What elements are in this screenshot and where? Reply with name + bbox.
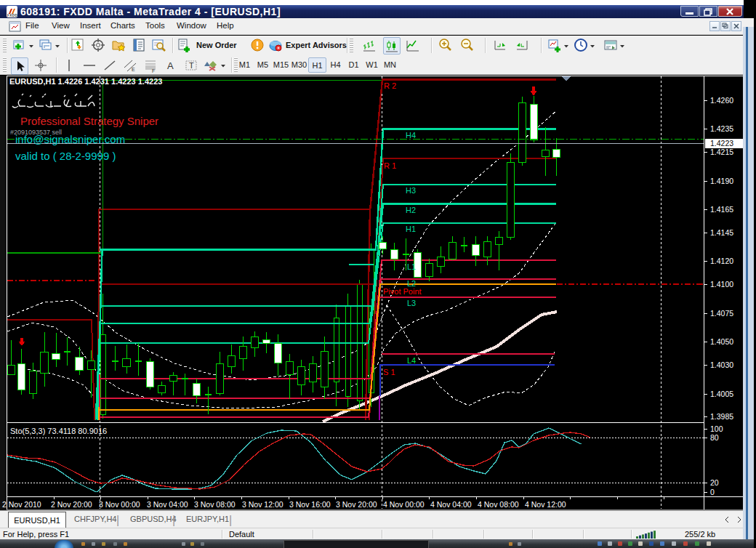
svg-text:H3: H3 bbox=[406, 186, 416, 195]
svg-text:1.4050: 1.4050 bbox=[710, 337, 733, 346]
svg-text:3 Nov 00:00: 3 Nov 00:00 bbox=[99, 500, 140, 509]
svg-text:3 Nov 04:00: 3 Nov 04:00 bbox=[147, 500, 188, 509]
svg-text:T: T bbox=[189, 61, 194, 70]
svg-text:2 Nov 2010: 2 Nov 2010 bbox=[2, 500, 41, 509]
svg-text:EURUSD,H1 1.4226 1.4231 1.422: EURUSD,H1 1.4226 1.4231 1.4223 1.4223 bbox=[9, 77, 162, 86]
svg-text:R 2: R 2 bbox=[384, 81, 396, 90]
svg-text:E: E bbox=[132, 67, 135, 72]
svg-text:1.4235: 1.4235 bbox=[710, 124, 733, 133]
svg-text:S 1: S 1 bbox=[383, 368, 395, 376]
svg-text:valid to ( 28-2-9999 ): valid to ( 28-2-9999 ) bbox=[15, 150, 116, 162]
svg-text:FXDD: FXDD bbox=[7, 14, 17, 17]
svg-text:1.4190: 1.4190 bbox=[710, 177, 733, 185]
svg-text:1.4223: 1.4223 bbox=[710, 139, 733, 148]
svg-text:H4: H4 bbox=[406, 131, 416, 140]
svg-text:3 Nov 08:00: 3 Nov 08:00 bbox=[194, 500, 236, 509]
svg-text:3 Nov 12:00: 3 Nov 12:00 bbox=[242, 500, 284, 509]
svg-text:1.4120: 1.4120 bbox=[710, 257, 733, 265]
svg-text:0: 0 bbox=[710, 488, 715, 496]
svg-text:L3: L3 bbox=[407, 299, 416, 307]
svg-text:4 Nov 00:00: 4 Nov 00:00 bbox=[383, 500, 425, 509]
svg-text:1.4145: 1.4145 bbox=[710, 228, 733, 237]
svg-text:info@signalsniper.com: info@signalsniper.com bbox=[15, 133, 125, 145]
svg-text:100: 100 bbox=[710, 424, 723, 433]
svg-text:Professional Strategy Sniper: Professional Strategy Sniper bbox=[20, 115, 158, 127]
svg-text:20: 20 bbox=[710, 478, 719, 487]
svg-text:2 Nov 20:00: 2 Nov 20:00 bbox=[51, 500, 92, 509]
svg-text:L1: L1 bbox=[407, 262, 416, 271]
svg-text:Pivot Point: Pivot Point bbox=[383, 287, 422, 296]
svg-text:1.3985: 1.3985 bbox=[710, 412, 733, 421]
svg-text:4 Nov 04:00: 4 Nov 04:00 bbox=[430, 500, 472, 509]
svg-text:L4: L4 bbox=[407, 356, 416, 365]
svg-text:1.4075: 1.4075 bbox=[710, 309, 733, 318]
svg-text:1.4215: 1.4215 bbox=[710, 148, 733, 156]
svg-text:3 Nov 16:00: 3 Nov 16:00 bbox=[289, 500, 331, 509]
svg-text:H1: H1 bbox=[406, 225, 416, 233]
svg-text:4 Nov 12:00: 4 Nov 12:00 bbox=[525, 500, 566, 509]
svg-text:1.4165: 1.4165 bbox=[710, 205, 733, 214]
svg-text:1.4030: 1.4030 bbox=[710, 360, 733, 369]
svg-text:Sto(5,3,3) 73.4118 80.9016: Sto(5,3,3) 73.4118 80.9016 bbox=[10, 427, 107, 435]
svg-text:1.4005: 1.4005 bbox=[710, 390, 733, 398]
svg-text:F: F bbox=[152, 68, 155, 73]
svg-text:80: 80 bbox=[710, 433, 719, 442]
svg-text:H2: H2 bbox=[406, 206, 416, 214]
svg-text:4 Nov 08:00: 4 Nov 08:00 bbox=[478, 500, 519, 509]
svg-text:A: A bbox=[167, 60, 174, 71]
svg-text:1.4260: 1.4260 bbox=[710, 96, 733, 105]
svg-text:1.4100: 1.4100 bbox=[710, 280, 733, 289]
svg-text:3 Nov 20:00: 3 Nov 20:00 bbox=[336, 500, 377, 509]
svg-text:R 1: R 1 bbox=[384, 161, 396, 170]
